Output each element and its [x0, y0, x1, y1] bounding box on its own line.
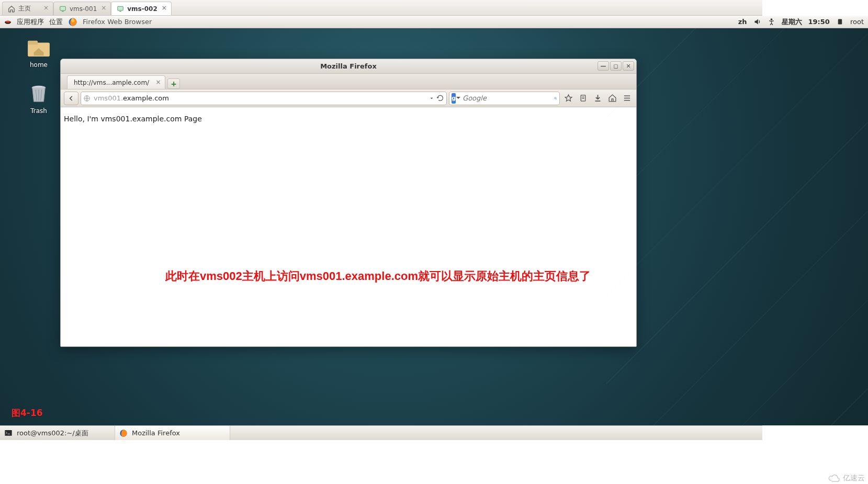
clock-day[interactable]: 星期六: [782, 17, 802, 27]
vm-icon: [59, 5, 66, 13]
firefox-tabbar: http://vms...ample.com/ × +: [61, 74, 636, 89]
virt-viewer-tabs: 主页 × vms-001 × vms-002 ×: [0, 0, 868, 16]
user-label[interactable]: root: [850, 18, 864, 26]
url-bar[interactable]: vms001.example.com: [81, 92, 447, 105]
vm-icon: [117, 5, 124, 13]
outer-tab-home[interactable]: 主页 ×: [2, 2, 53, 15]
desktop-icon-label: Trash: [18, 107, 60, 115]
outer-tab-label: vms-002: [127, 5, 157, 13]
home-icon: [608, 94, 617, 103]
annotation-text: 此时在vms002主机上访问vms001.example.com就可以显示原始主…: [165, 268, 615, 284]
outer-tab-label: 主页: [18, 4, 31, 13]
downloads-button[interactable]: [591, 92, 604, 105]
svg-point-6: [771, 19, 772, 20]
desktop[interactable]: home Trash Mozilla Firefox — ◻ ✕ http://…: [0, 28, 868, 425]
watermark: 亿速云: [828, 474, 865, 483]
trash-icon: [27, 84, 51, 104]
search-input[interactable]: [463, 94, 551, 102]
volume-icon[interactable]: [753, 18, 761, 26]
figure-number: 图4-16: [12, 407, 43, 419]
bookmarks-list-button[interactable]: [577, 92, 589, 105]
close-icon[interactable]: ×: [42, 4, 50, 12]
svg-rect-9: [28, 41, 38, 45]
cloud-icon: [828, 474, 840, 482]
search-engine-google-icon[interactable]: g: [452, 93, 456, 104]
accessibility-icon[interactable]: [768, 18, 775, 26]
desktop-icon-home[interactable]: home: [18, 38, 60, 69]
firefox-icon: [119, 429, 128, 437]
terminal-icon: [4, 429, 13, 437]
window-title: Mozilla Firefox: [320, 62, 377, 70]
svg-rect-1: [62, 11, 64, 12]
outer-tab-label: vms-001: [70, 5, 97, 13]
star-icon: [564, 94, 573, 103]
window-list-taskbar: root@vms002:~/桌面 Mozilla Firefox 亿速云: [0, 425, 868, 440]
chevron-down-icon[interactable]: [429, 96, 434, 101]
svg-rect-22: [5, 430, 12, 436]
taskbar-item-firefox[interactable]: Mozilla Firefox: [115, 426, 230, 440]
browser-tab-label: http://vms...ample.com/: [74, 79, 149, 86]
outer-tab-vms002[interactable]: vms-002 ×: [111, 2, 172, 15]
minimize-button[interactable]: —: [598, 61, 609, 71]
taskbar-item-terminal[interactable]: root@vms002:~/桌面: [0, 426, 115, 440]
browser-tab[interactable]: http://vms...ample.com/ ×: [67, 75, 165, 89]
url-text: vms001.example.com: [94, 94, 169, 102]
input-method-indicator[interactable]: zh: [738, 18, 747, 26]
close-icon[interactable]: ×: [161, 4, 168, 12]
gnome-top-bar: 应用程序 位置 Firefox Web Browser zh 星期六 19:50…: [0, 16, 868, 28]
taskbar-item-label: Mozilla Firefox: [132, 429, 180, 437]
page-content: Hello, I'm vms001.example.com Page 此时在vm…: [61, 107, 636, 346]
active-app-label[interactable]: Firefox Web Browser: [83, 18, 152, 26]
home-icon: [8, 5, 15, 13]
back-button[interactable]: [64, 92, 78, 105]
close-icon[interactable]: ×: [100, 4, 107, 12]
arrow-left-icon: [67, 95, 75, 102]
firefox-icon: [68, 17, 77, 27]
svg-point-15: [555, 97, 556, 99]
reload-icon[interactable]: [436, 94, 444, 102]
search-box[interactable]: g: [449, 92, 560, 105]
search-icon[interactable]: [554, 94, 557, 103]
firefox-window: Mozilla Firefox — ◻ ✕ http://vms...ample…: [60, 59, 637, 347]
svg-rect-2: [118, 6, 123, 10]
window-titlebar[interactable]: Mozilla Firefox — ◻ ✕: [61, 59, 636, 74]
outer-tab-vms001[interactable]: vms-001 ×: [53, 2, 111, 15]
new-tab-button[interactable]: +: [167, 78, 180, 89]
close-button[interactable]: ✕: [623, 61, 634, 71]
clock-time[interactable]: 19:50: [808, 18, 830, 26]
watermark-text: 亿速云: [843, 474, 865, 483]
svg-rect-3: [120, 11, 122, 12]
hamburger-icon: [623, 94, 632, 103]
svg-rect-16: [581, 95, 585, 101]
maximize-button[interactable]: ◻: [610, 61, 622, 71]
places-menu[interactable]: 位置: [49, 17, 63, 27]
power-icon[interactable]: [836, 18, 844, 26]
globe-icon: [83, 95, 91, 102]
folder-home-icon: [27, 38, 51, 58]
close-icon[interactable]: ×: [155, 79, 162, 86]
home-button[interactable]: [606, 92, 618, 105]
clipboard-icon: [579, 94, 588, 103]
redhat-icon: [4, 18, 12, 26]
download-arrow-icon: [593, 94, 602, 103]
applications-menu[interactable]: 应用程序: [17, 17, 44, 27]
bookmark-star-button[interactable]: [562, 92, 574, 105]
menu-button[interactable]: [621, 92, 633, 105]
svg-rect-0: [60, 6, 66, 10]
desktop-icon-label: home: [18, 61, 60, 69]
desktop-icon-trash[interactable]: Trash: [18, 84, 60, 115]
taskbar-item-label: root@vms002:~/桌面: [17, 429, 88, 438]
svg-rect-7: [838, 19, 842, 25]
firefox-toolbar: vms001.example.com g: [61, 89, 636, 107]
page-body-text: Hello, I'm vms001.example.com Page: [64, 115, 202, 123]
